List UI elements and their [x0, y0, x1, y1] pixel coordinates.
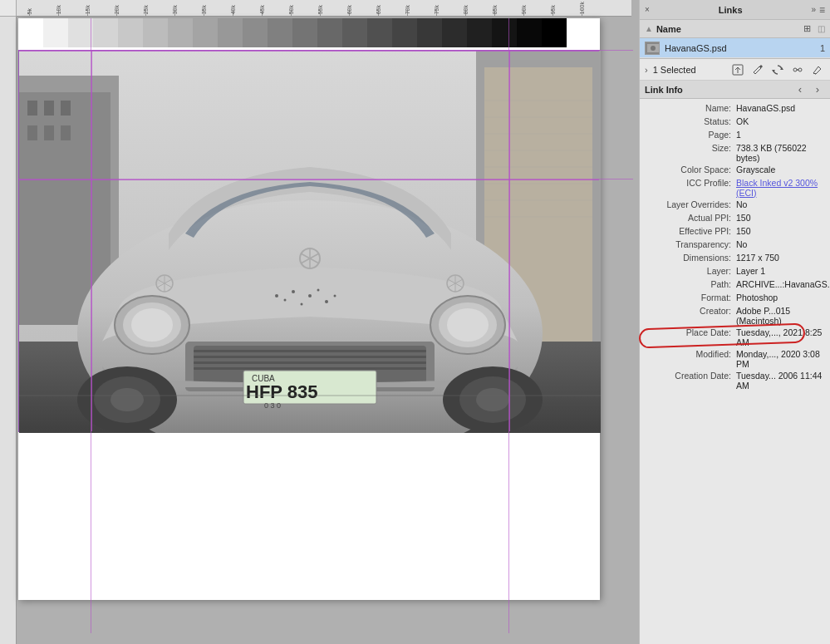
info-row-value: Adobe P...015 (Macintosh) — [736, 306, 823, 326]
ruler-left — [0, 17, 17, 644]
relink-button[interactable] — [790, 62, 805, 77]
link-info-header: Link Info ‹ › — [640, 81, 830, 99]
go-to-link-button[interactable] — [730, 62, 745, 77]
svg-rect-7 — [44, 125, 54, 140]
svg-point-50 — [284, 299, 287, 302]
expand-chevron-icon[interactable]: › — [645, 65, 648, 75]
info-row: Creation Date:Tuesday... 2006 11:44 AM — [640, 370, 830, 391]
pencil-edit-button[interactable] — [810, 62, 825, 77]
info-row-value: 1217 x 750 — [736, 253, 823, 263]
info-row: Layer:Layer 1 — [640, 265, 830, 278]
info-row-value: 738.3 KB (756022 bytes) — [736, 143, 823, 163]
panel-title: Links — [719, 5, 743, 15]
svg-point-53 — [308, 294, 312, 297]
info-row-label: Modified: — [645, 349, 736, 359]
info-row-label: Actual PPI: — [645, 213, 736, 223]
svg-rect-6 — [27, 125, 37, 140]
info-row-label: Color Space: — [645, 165, 736, 175]
svg-rect-3 — [27, 101, 37, 116]
info-row-value: No — [736, 199, 823, 209]
svg-point-32 — [447, 308, 489, 342]
panel-close-icon[interactable]: × — [645, 5, 650, 14]
selected-bar: › 1 Selected — [640, 59, 830, 81]
svg-point-66 — [651, 46, 656, 51]
thumbnail — [645, 42, 660, 55]
info-row-value: Grayscale — [736, 165, 823, 175]
edit-original-button[interactable] — [750, 62, 765, 77]
ruler-corner — [0, 0, 17, 17]
svg-point-52 — [301, 303, 303, 306]
info-row: Creator:Adobe P...015 (Macintosh) — [640, 305, 830, 327]
link-info-next-button[interactable]: › — [810, 82, 825, 97]
info-row: Status:OK — [640, 116, 830, 129]
link-filename: HavanaGS.psd — [665, 43, 815, 53]
info-row-label: Path: — [645, 279, 736, 289]
svg-point-29 — [131, 308, 173, 342]
info-row: Transparency:No — [640, 238, 830, 252]
svg-point-51 — [292, 290, 295, 293]
info-row: Layer Overrides:No — [640, 199, 830, 212]
info-row: Color Space:Grayscale — [640, 164, 830, 177]
svg-rect-4 — [44, 101, 54, 116]
info-row-label: Layer: — [645, 266, 736, 276]
link-info-nav: ‹ › — [793, 82, 825, 97]
info-row: Page:1 — [640, 129, 830, 142]
svg-point-62 — [476, 388, 509, 411]
svg-rect-23 — [194, 350, 426, 352]
ruler-top: 5k10k15k20k25k30k35k40k45k50k55k60k65k70… — [17, 0, 631, 17]
info-row: Format:Photoshop — [640, 292, 830, 305]
info-row-label: ICC Profile: — [645, 178, 736, 188]
link-instance-count: 1 — [820, 43, 825, 53]
svg-point-54 — [317, 289, 320, 292]
svg-point-71 — [793, 68, 797, 71]
link-info-prev-button[interactable]: ‹ — [793, 82, 808, 97]
info-row: Actual PPI:150 — [640, 212, 830, 225]
link-info-title: Link Info — [645, 85, 683, 95]
svg-point-59 — [111, 388, 144, 411]
info-row-label: Page: — [645, 130, 736, 140]
info-row-label: Creator: — [645, 306, 736, 316]
info-row: Place Date:Tuesday,..., 2021 8:25 AM — [640, 327, 830, 348]
canvas-area: 5k10k15k20k25k30k35k40k45k50k55k60k65k70… — [0, 0, 640, 644]
links-list-item[interactable]: HavanaGS.psd 1 — [640, 38, 830, 58]
panel-double-arrow-icon[interactable]: » — [811, 5, 816, 14]
svg-rect-25 — [194, 361, 426, 364]
panel-titlebar: × Links » ≡ — [640, 0, 830, 20]
info-row: Size:738.3 KB (756022 bytes) — [640, 142, 830, 164]
color-swatch-bar — [18, 18, 567, 47]
svg-point-49 — [275, 294, 278, 297]
info-row-value: No — [736, 239, 823, 249]
svg-rect-26 — [194, 367, 426, 370]
svg-rect-8 — [61, 125, 71, 140]
info-row-value: Layer 1 — [736, 266, 823, 276]
info-row: Dimensions:1217 x 750 — [640, 252, 830, 265]
svg-point-72 — [798, 68, 802, 71]
info-row-value: 150 — [736, 213, 823, 223]
update-link-button[interactable] — [770, 62, 785, 77]
link-info-content: Name:HavanaGS.psdStatus:OKPage:1Size:738… — [640, 99, 830, 644]
svg-text:HFP 835: HFP 835 — [246, 381, 317, 402]
info-row-label: Creation Date: — [645, 371, 736, 381]
links-list: HavanaGS.psd 1 — [640, 38, 830, 59]
panel-menu-icon[interactable]: ≡ — [819, 4, 825, 16]
selected-count-label: 1 Selected — [653, 65, 696, 75]
info-row: Effective PPI:150 — [640, 225, 830, 238]
info-row-value: HavanaGS.psd — [736, 103, 823, 113]
photo-frame: CUBA HFP 835 0 3 0 — [18, 50, 600, 432]
info-row-value: 150 — [736, 226, 823, 236]
info-row-label: Name: — [645, 103, 736, 113]
info-row-label: Status: — [645, 116, 736, 126]
panel-icons: » ≡ — [811, 4, 825, 16]
info-row-value: Monday,..., 2020 3:08 PM — [736, 349, 823, 369]
info-row-value: OK — [736, 116, 823, 126]
info-row-value: Tuesday,..., 2021 8:25 AM — [736, 327, 823, 347]
info-row-label: Transparency: — [645, 239, 736, 249]
info-row-label: Layer Overrides: — [645, 199, 736, 209]
info-row-value: ARCHIVE...:HavanaGS.psd — [736, 279, 830, 289]
svg-point-56 — [334, 295, 336, 297]
svg-line-74 — [813, 73, 816, 74]
page-col-icon: ◫ — [818, 24, 825, 33]
info-row-value: Photoshop — [736, 293, 823, 302]
new-link-icon[interactable]: ⊞ — [803, 23, 811, 34]
info-row-label: Format: — [645, 293, 736, 302]
